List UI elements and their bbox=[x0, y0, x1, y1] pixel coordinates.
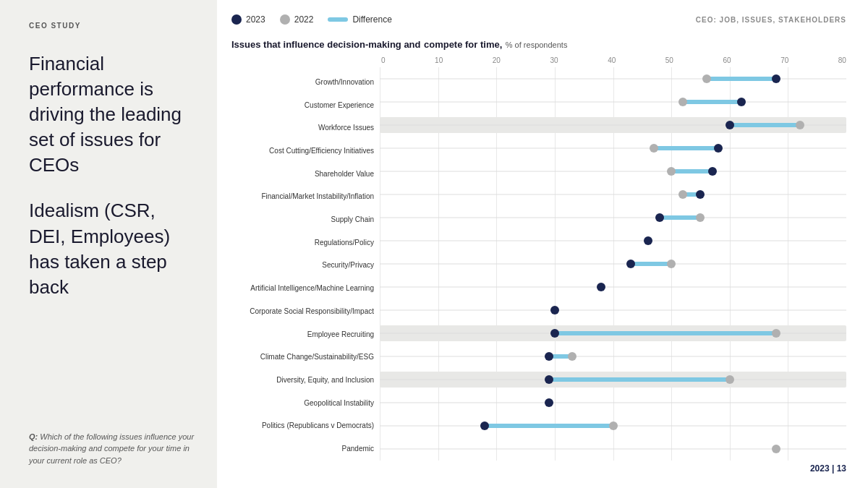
y-label: Customer Experience bbox=[231, 101, 380, 110]
bar-diff bbox=[730, 123, 800, 127]
bar-row bbox=[380, 395, 846, 411]
y-label: Climate Change/Sustainability/ESG bbox=[231, 353, 380, 361]
diff-line-icon bbox=[328, 17, 348, 22]
y-label: Politics (Republicans v Democrats) bbox=[231, 421, 380, 430]
page-footer: 2023 | 13 bbox=[231, 463, 846, 474]
dot-2023 bbox=[772, 74, 780, 83]
bar-diff bbox=[654, 146, 718, 150]
x-tick: 30 bbox=[550, 56, 558, 64]
left-panel: CEO STUDY Financial performance is drivi… bbox=[0, 0, 217, 488]
legend-difference: Difference bbox=[328, 14, 391, 25]
legend-2022: 2022 bbox=[280, 14, 314, 25]
x-tick: 0 bbox=[381, 56, 386, 64]
bar-diff bbox=[485, 424, 613, 428]
bar-background bbox=[380, 264, 846, 265]
dot-2023 bbox=[714, 144, 723, 153]
dot-2022 bbox=[667, 167, 676, 176]
dot-2023 bbox=[708, 167, 717, 176]
dot-2022 bbox=[696, 213, 705, 222]
bar-row bbox=[380, 210, 846, 226]
bar-background bbox=[380, 241, 846, 241]
footnote-text: Which of the following issues influence … bbox=[29, 432, 194, 465]
footnote: Q: Which of the following issues influen… bbox=[29, 431, 195, 467]
bar-diff bbox=[660, 215, 700, 220]
bar-background bbox=[380, 310, 846, 311]
bar-diff bbox=[631, 262, 671, 266]
bar-row bbox=[380, 71, 846, 87]
dot-2023 bbox=[737, 98, 746, 106]
chart-title-area: Issues that influence decision-making an… bbox=[231, 38, 846, 51]
dot-2022-icon bbox=[280, 14, 290, 25]
top-bar: 2023 2022 Difference CEO: JOB, ISSUES, S… bbox=[231, 14, 846, 25]
bar-background bbox=[380, 148, 846, 149]
dot-2023 bbox=[597, 283, 605, 291]
chart-area: Growth/InnovationCustomer ExperienceWork… bbox=[231, 56, 846, 461]
dot-2022 bbox=[702, 74, 711, 83]
y-label: Pandemic bbox=[231, 445, 380, 453]
bar-row bbox=[380, 441, 846, 457]
dot-2023 bbox=[545, 352, 553, 361]
chart-subtitle: % of respondents bbox=[506, 40, 568, 49]
dot-2023 bbox=[480, 421, 489, 430]
bar-background bbox=[380, 171, 846, 172]
y-label: Corporate Social Responsibility/Impact bbox=[231, 307, 380, 316]
bar-diff bbox=[707, 77, 777, 81]
legend-2022-label: 2022 bbox=[294, 14, 314, 25]
dot-2023 bbox=[550, 329, 559, 338]
bar-diff bbox=[549, 377, 730, 382]
dot-2022 bbox=[796, 121, 804, 129]
dot-2022 bbox=[568, 352, 576, 361]
y-label: Artificial Intelligence/Machine Learning bbox=[231, 284, 380, 293]
bar-row bbox=[380, 117, 846, 133]
chart-title: Issues that influence decision-making an… bbox=[231, 39, 421, 50]
x-tick: 40 bbox=[608, 56, 616, 64]
bar-row bbox=[380, 302, 846, 318]
dot-2022 bbox=[772, 445, 780, 453]
dot-2023 bbox=[696, 190, 705, 199]
bar-background bbox=[380, 218, 846, 218]
y-label: Geopolitical Instability bbox=[231, 399, 380, 408]
bar-row bbox=[380, 94, 846, 110]
y-label: Growth/Innovation bbox=[231, 78, 380, 87]
bar-row bbox=[380, 140, 846, 156]
ceo-study-label: CEO STUDY bbox=[29, 22, 195, 30]
dot-2023 bbox=[545, 398, 553, 407]
y-label: Regulations/Policy bbox=[231, 239, 380, 247]
bar-background bbox=[380, 194, 846, 195]
y-label: Shareholder Value bbox=[231, 170, 380, 179]
legend-2023-label: 2023 bbox=[246, 14, 265, 25]
legend: 2023 2022 Difference bbox=[231, 14, 392, 25]
dot-2022 bbox=[667, 260, 676, 268]
bar-row bbox=[380, 325, 846, 341]
x-tick: 70 bbox=[780, 56, 788, 64]
y-label: Supply Chain bbox=[231, 215, 380, 224]
main-heading: Financial performance is driving the lea… bbox=[29, 51, 195, 178]
bar-background bbox=[380, 356, 846, 357]
bar-diff bbox=[555, 331, 776, 335]
right-panel: 2023 2022 Difference CEO: JOB, ISSUES, S… bbox=[217, 0, 868, 488]
x-tick: 50 bbox=[665, 56, 673, 64]
bar-background bbox=[380, 403, 846, 403]
bar-row bbox=[380, 279, 846, 295]
dot-2023 bbox=[545, 375, 553, 384]
x-tick: 10 bbox=[435, 56, 443, 64]
dot-2023 bbox=[726, 121, 734, 129]
bar-row bbox=[380, 372, 846, 388]
dot-2022 bbox=[678, 190, 687, 199]
x-tick: 60 bbox=[723, 56, 731, 64]
dot-2022 bbox=[650, 144, 658, 153]
bars-container bbox=[380, 67, 846, 461]
q-label: Q: bbox=[29, 432, 38, 441]
bar-row bbox=[380, 163, 846, 179]
dot-2022 bbox=[609, 421, 618, 430]
y-label: Financial/Market Instability/Inflation bbox=[231, 192, 380, 201]
dot-2023 bbox=[626, 260, 635, 268]
dot-2022 bbox=[772, 329, 780, 338]
bar-diff bbox=[683, 100, 741, 104]
bar-row bbox=[380, 256, 846, 272]
dot-2023-icon bbox=[231, 14, 242, 25]
y-label: Workforce Issues bbox=[231, 124, 380, 132]
bar-row bbox=[380, 348, 846, 364]
bar-background bbox=[380, 287, 846, 288]
y-label: Cost Cutting/Efficiency Initiatives bbox=[231, 147, 380, 155]
